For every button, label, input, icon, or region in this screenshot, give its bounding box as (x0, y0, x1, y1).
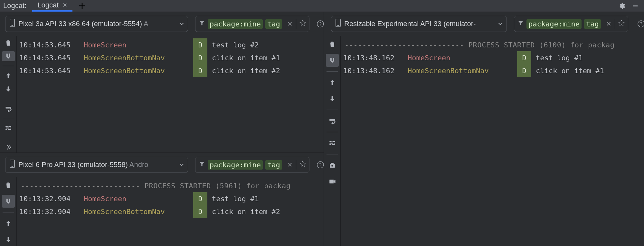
arrow-up-icon[interactable] (2, 217, 15, 230)
log-line: 10:13:48.162HomeScreenDtest log #1 (343, 51, 644, 64)
log-source: HomeScreen (408, 54, 517, 62)
log-source: HomeScreen (84, 195, 193, 203)
log-source: HomeScreen (84, 41, 193, 49)
trash-icon[interactable] (2, 38, 15, 48)
scroll-to-end-icon[interactable] (2, 195, 15, 208)
svg-point-13 (331, 165, 333, 167)
device-icon (335, 19, 341, 29)
settings-sliders-icon[interactable] (326, 137, 339, 150)
device-selector[interactable]: Pixel 6 Pro API 33 (emulator-5558) Andro (5, 157, 188, 173)
log-timestamp: 10:14:53.645 (19, 54, 84, 62)
left-gutter (0, 36, 17, 153)
log-level-badge: D (517, 51, 531, 64)
minimize-icon[interactable] (630, 0, 641, 11)
add-tab-button[interactable] (77, 1, 87, 11)
gear-icon[interactable] (616, 0, 627, 11)
filter-icon (517, 20, 524, 28)
device-selector[interactable]: Resizable Experimental API 33 (emulator- (331, 16, 507, 32)
log-timestamp: 10:13:48.162 (343, 67, 408, 75)
logcat-pane-right: Resizable Experimental API 33 (emulator-… (324, 12, 644, 246)
process-started-line: --------------------------- PROCESS STAR… (19, 179, 324, 192)
help-icon[interactable]: ? (317, 18, 324, 30)
device-icon (9, 19, 15, 29)
trash-icon[interactable] (2, 179, 15, 192)
clear-filter-icon[interactable]: ✕ (606, 20, 611, 28)
settings-sliders-icon[interactable] (2, 123, 15, 133)
log-timestamp: 10:13:32.904 (19, 208, 84, 216)
filter-token: tag (265, 19, 282, 29)
camera-icon[interactable] (326, 159, 339, 172)
log-message: test log #1 (536, 54, 583, 62)
tab-bar: Logcat: Logcat ✕ (0, 0, 644, 12)
log-message: test log #2 (212, 41, 259, 49)
left-gutter (0, 177, 17, 246)
log-message: test log #1 (212, 195, 259, 203)
close-icon[interactable]: ✕ (62, 2, 67, 9)
log-output[interactable]: 10:14:53.645HomeScreenDtest log #210:14:… (17, 36, 324, 153)
device-label: Resizable Experimental API 33 (emulator- (344, 20, 496, 28)
log-level-badge: D (517, 64, 531, 77)
filter-token: package:mine (208, 19, 263, 29)
log-source: HomeScreenBottomNav (84, 208, 193, 216)
panel-title: Logcat: (3, 2, 26, 10)
log-timestamp: 10:14:53.645 (19, 41, 84, 49)
log-line: 10:13:32.904HomeScreenDtest log #1 (19, 192, 324, 205)
chevron-down-icon (179, 20, 184, 28)
log-message: click on item #2 (212, 67, 280, 75)
log-line: 10:13:32.904HomeScreenBottomNavDclick on… (19, 205, 324, 218)
svg-text:?: ? (640, 21, 642, 26)
log-level-badge: D (193, 192, 207, 205)
logcat-pane-top-left: Pixel 3a API 33 x86 64 (emulator-5554) A… (0, 12, 324, 153)
svg-rect-2 (12, 25, 13, 26)
log-timestamp: 10:14:53.645 (19, 67, 84, 75)
log-level-badge: D (193, 64, 207, 77)
help-icon[interactable]: ? (635, 18, 644, 30)
log-source: HomeScreenBottomNav (84, 54, 193, 62)
log-line: 10:14:53.645HomeScreenBottomNavDclick on… (19, 51, 324, 64)
help-icon[interactable]: ? (317, 159, 324, 171)
arrow-up-icon[interactable] (326, 76, 339, 89)
arrow-down-icon[interactable] (2, 84, 15, 94)
scroll-to-end-icon[interactable] (326, 54, 339, 67)
chevron-down-icon (498, 20, 503, 28)
arrow-down-icon[interactable] (2, 233, 15, 246)
logcat-pane-bottom-left: Pixel 6 Pro API 33 (emulator-5558) Andro… (0, 153, 324, 246)
filter-input[interactable]: package:mine tag ✕ (514, 16, 628, 32)
tab-label: Logcat (37, 1, 59, 9)
star-icon[interactable] (618, 20, 625, 28)
log-timestamp: 10:13:32.904 (19, 195, 84, 203)
log-output[interactable]: --------------------------- PROCESS STAR… (17, 177, 324, 246)
device-icon (9, 160, 15, 170)
star-icon[interactable] (299, 161, 306, 169)
video-icon[interactable] (326, 175, 339, 188)
log-timestamp: 10:13:48.162 (343, 54, 408, 62)
device-label: Pixel 3a API 33 x86 64 (emulator-5554) A (18, 20, 177, 28)
scroll-to-end-icon[interactable] (2, 51, 15, 62)
filter-icon (199, 161, 205, 169)
wrap-icon[interactable] (326, 114, 339, 127)
expand-icon[interactable] (2, 142, 15, 153)
filter-token: package:mine (208, 160, 263, 170)
trash-icon[interactable] (326, 38, 339, 51)
log-level-badge: D (193, 205, 207, 218)
arrow-down-icon[interactable] (326, 92, 339, 105)
log-source: HomeScreenBottomNav (408, 67, 517, 75)
device-selector[interactable]: Pixel 3a API 33 x86 64 (emulator-5554) A (5, 16, 188, 32)
log-line: 10:14:53.645HomeScreenDtest log #2 (19, 38, 324, 51)
log-output[interactable]: --------------------------- PROCESS STAR… (341, 36, 644, 246)
arrow-up-icon[interactable] (2, 71, 15, 81)
clear-filter-icon[interactable]: ✕ (287, 161, 293, 169)
log-line: 10:14:53.645HomeScreenBottomNavDclick on… (19, 64, 324, 77)
tab-logcat[interactable]: Logcat ✕ (32, 0, 72, 12)
svg-rect-0 (633, 5, 638, 6)
clear-filter-icon[interactable]: ✕ (287, 20, 293, 28)
star-icon[interactable] (299, 20, 306, 28)
filter-input[interactable]: package:mine tag ✕ (195, 16, 309, 32)
device-label: Pixel 6 Pro API 33 (emulator-5558) Andro (18, 161, 177, 169)
filter-token: package:mine (526, 19, 582, 29)
log-level-badge: D (193, 38, 207, 51)
svg-rect-10 (337, 25, 339, 26)
filter-input[interactable]: package:mine tag ✕ (195, 157, 309, 173)
wrap-icon[interactable] (2, 103, 15, 114)
svg-rect-6 (12, 166, 13, 167)
